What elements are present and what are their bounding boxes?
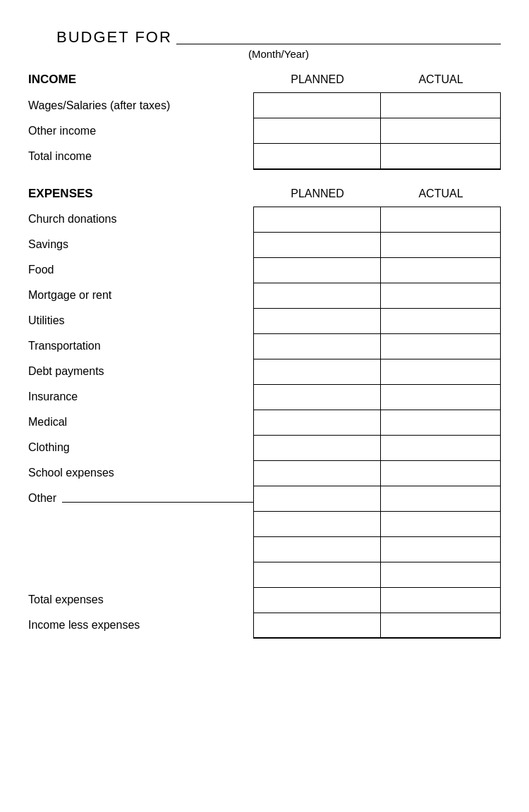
mortgage-label: Mortgage or rent <box>28 283 254 308</box>
income-actual-col-header: ACTUAL <box>381 73 501 86</box>
income-label: INCOME <box>28 73 254 87</box>
other-planned-cell[interactable] <box>254 486 381 511</box>
food-label: Food <box>28 257 254 283</box>
wages-label: Wages/Salaries (after taxes) <box>28 93 254 118</box>
school-label: School expenses <box>28 460 254 486</box>
budget-header: BUDGET FOR (Month/Year) <box>28 28 501 60</box>
table-row: Utilities <box>28 308 501 333</box>
table-row: Savings <box>28 232 501 257</box>
total-income-label: Total income <box>28 144 254 169</box>
debt-planned-cell[interactable] <box>254 359 381 384</box>
total-expenses-planned-cell[interactable] <box>254 587 381 613</box>
expenses-label: EXPENSES <box>28 187 254 201</box>
transportation-planned-cell[interactable] <box>254 333 381 359</box>
total-income-actual-cell[interactable] <box>381 144 501 169</box>
wages-actual-cell[interactable] <box>381 93 501 118</box>
church-donations-label: Church donations <box>28 207 254 232</box>
table-row: Transportation <box>28 333 501 359</box>
expenses-actual-col-header: ACTUAL <box>381 187 501 200</box>
other-actual-cell[interactable] <box>381 486 501 511</box>
savings-actual-cell[interactable] <box>381 232 501 257</box>
budget-title-underline <box>176 44 501 44</box>
table-row: Other <box>28 486 501 511</box>
income-planned-col-header: PLANNED <box>254 73 381 86</box>
table-row: Medical <box>28 410 501 435</box>
table-row: Mortgage or rent <box>28 283 501 308</box>
income-less-actual-cell[interactable] <box>381 613 501 638</box>
insurance-actual-cell[interactable] <box>381 384 501 410</box>
income-section: INCOME PLANNED ACTUAL Wages/Salaries (af… <box>28 73 501 170</box>
food-actual-cell[interactable] <box>381 257 501 283</box>
utilities-actual-cell[interactable] <box>381 308 501 333</box>
table-row: School expenses <box>28 460 501 486</box>
table-row: Wages/Salaries (after taxes) <box>28 93 501 118</box>
clothing-planned-cell[interactable] <box>254 435 381 460</box>
insurance-planned-cell[interactable] <box>254 384 381 410</box>
income-less-expenses-label: Income less expenses <box>28 613 254 638</box>
income-less-planned-cell[interactable] <box>254 613 381 638</box>
expenses-section-header: EXPENSES PLANNED ACTUAL <box>28 187 501 201</box>
debt-label: Debt payments <box>28 359 254 384</box>
medical-actual-cell[interactable] <box>381 410 501 435</box>
blank-row-3 <box>28 562 501 587</box>
other-income-actual-cell[interactable] <box>381 118 501 144</box>
expenses-table: Church donations Savings Food <box>28 207 501 639</box>
blank2-actual-cell[interactable] <box>381 536 501 562</box>
blank3-planned-cell[interactable] <box>254 562 381 587</box>
utilities-label: Utilities <box>28 308 254 333</box>
expenses-section: EXPENSES PLANNED ACTUAL Church donations… <box>28 187 501 639</box>
blank1-planned-cell[interactable] <box>254 511 381 536</box>
table-row: Total income <box>28 144 501 169</box>
total-income-planned-cell[interactable] <box>254 144 381 169</box>
other-income-planned-cell[interactable] <box>254 118 381 144</box>
income-less-expenses-row: Income less expenses <box>28 613 501 638</box>
blank2-planned-cell[interactable] <box>254 536 381 562</box>
mortgage-actual-cell[interactable] <box>381 283 501 308</box>
income-table: Wages/Salaries (after taxes) Other incom… <box>28 92 501 170</box>
transportation-actual-cell[interactable] <box>381 333 501 359</box>
table-row: Clothing <box>28 435 501 460</box>
medical-label: Medical <box>28 410 254 435</box>
church-actual-cell[interactable] <box>381 207 501 232</box>
total-expenses-row: Total expenses <box>28 587 501 613</box>
debt-actual-cell[interactable] <box>381 359 501 384</box>
total-expenses-actual-cell[interactable] <box>381 587 501 613</box>
school-planned-cell[interactable] <box>254 460 381 486</box>
expenses-planned-col-header: PLANNED <box>254 187 381 200</box>
utilities-planned-cell[interactable] <box>254 308 381 333</box>
clothing-actual-cell[interactable] <box>381 435 501 460</box>
total-expenses-label: Total expenses <box>28 587 254 613</box>
income-section-header: INCOME PLANNED ACTUAL <box>28 73 501 87</box>
clothing-label: Clothing <box>28 435 254 460</box>
month-year-label: (Month/Year) <box>56 48 501 60</box>
church-planned-cell[interactable] <box>254 207 381 232</box>
food-planned-cell[interactable] <box>254 257 381 283</box>
budget-title-text: BUDGET FOR <box>56 28 172 47</box>
table-row: Other income <box>28 118 501 144</box>
table-row: Church donations <box>28 207 501 232</box>
transportation-label: Transportation <box>28 333 254 359</box>
other-label: Other <box>28 486 254 511</box>
table-row: Debt payments <box>28 359 501 384</box>
blank1-actual-cell[interactable] <box>381 511 501 536</box>
wages-planned-cell[interactable] <box>254 93 381 118</box>
savings-planned-cell[interactable] <box>254 232 381 257</box>
insurance-label: Insurance <box>28 384 254 410</box>
medical-planned-cell[interactable] <box>254 410 381 435</box>
blank-row-2 <box>28 536 501 562</box>
budget-title-line: BUDGET FOR <box>56 28 501 47</box>
blank3-actual-cell[interactable] <box>381 562 501 587</box>
savings-label: Savings <box>28 232 254 257</box>
other-income-label: Other income <box>28 118 254 144</box>
table-row: Insurance <box>28 384 501 410</box>
mortgage-planned-cell[interactable] <box>254 283 381 308</box>
table-row: Food <box>28 257 501 283</box>
blank-row-1 <box>28 511 501 536</box>
school-actual-cell[interactable] <box>381 460 501 486</box>
